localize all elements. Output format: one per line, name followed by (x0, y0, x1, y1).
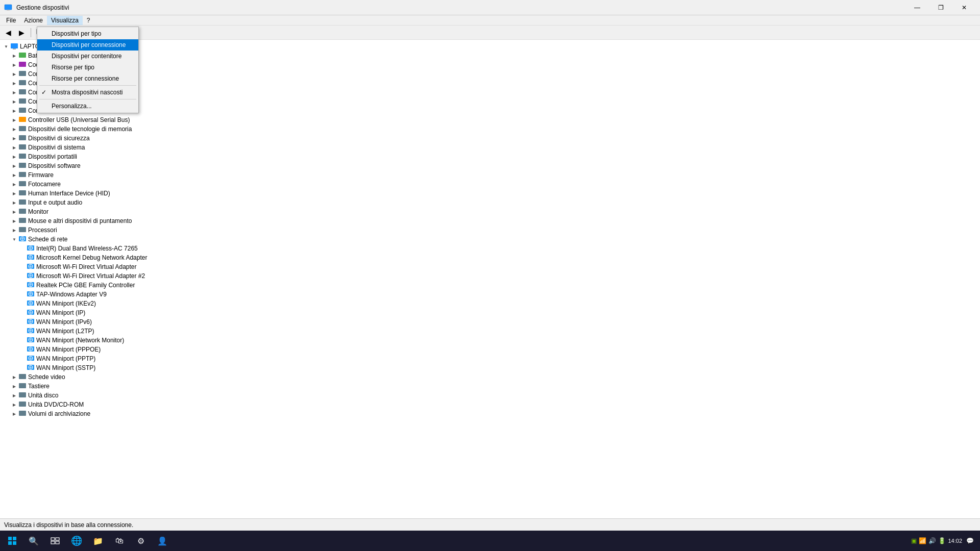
tree-expander[interactable]: ▶ (10, 400, 18, 409)
menu-azione[interactable]: Azione (20, 16, 47, 25)
tree-item[interactable]: ▶ Dispositivi di sistema (0, 143, 980, 152)
tree-item[interactable]: ▶ Volumi di archiviazione (0, 409, 980, 418)
edge-button[interactable]: 🌐 (66, 531, 87, 551)
tree-expander[interactable] (18, 263, 27, 271)
tree-expander[interactable]: ▶ (10, 134, 18, 142)
file-explorer-button[interactable]: 📁 (88, 531, 108, 551)
tree-expander[interactable]: ▶ (10, 52, 18, 60)
tree-expander[interactable]: ▶ (10, 171, 18, 179)
dropdown-item-dispositivi-contenitore[interactable]: Dispositivi per contenitore (37, 51, 138, 62)
tree-expander[interactable]: ▶ (10, 189, 18, 197)
tree-item[interactable]: ▶ Dispositivi portatili (0, 152, 980, 161)
tree-item[interactable]: ▶ Con... (0, 88, 980, 97)
dropdown-item-mostra-nascosti[interactable]: ✓Mostra dispositivi nascosti (37, 87, 138, 98)
maximize-button[interactable]: ❐ (929, 0, 952, 15)
dropdown-item-dispositivi-tipo[interactable]: Dispositivi per tipo (37, 28, 138, 39)
dropdown-item-risorse-tipo[interactable]: Risorse per tipo (37, 62, 138, 73)
tree-expander[interactable] (18, 244, 27, 253)
tree-item[interactable]: ▶ Unità DVD/CD-ROM (0, 400, 980, 409)
store-button[interactable]: 🛍 (109, 531, 130, 551)
tree-expander[interactable] (18, 345, 27, 354)
tree-expander[interactable]: ▶ (10, 125, 18, 133)
tree-expander[interactable]: ▶ (10, 226, 18, 234)
taskview-button[interactable] (45, 531, 65, 551)
tree-expander[interactable]: ▶ (10, 410, 18, 418)
tree-item[interactable]: ▶ Dispositivi software (0, 161, 980, 170)
tree-item[interactable]: Microsoft Kernel Debug Network Adapter (0, 253, 980, 262)
tree-item[interactable]: ▶ Tastiere (0, 382, 980, 391)
toolbar-back[interactable]: ◀ (2, 27, 14, 39)
tree-expander[interactable] (18, 327, 27, 335)
tree-expander[interactable]: ▼ (10, 235, 18, 243)
tree-expander[interactable]: ▶ (10, 162, 18, 170)
start-button[interactable] (2, 531, 22, 551)
tree-item[interactable]: Microsoft Wi-Fi Direct Virtual Adapter (0, 262, 980, 271)
tree-item[interactable]: ▶ Schede video (0, 372, 980, 382)
tree-item[interactable]: WAN Miniport (SSTP) (0, 363, 980, 372)
tree-expander[interactable] (18, 355, 27, 363)
tree-expander[interactable]: ▼ (2, 42, 10, 51)
tree-expander[interactable]: ▶ (10, 70, 18, 78)
menu-visualizza[interactable]: Visualizza (47, 16, 83, 25)
tree-item[interactable]: WAN Miniport (PPPOE) (0, 345, 980, 354)
tree-view[interactable]: ▼ LAPTOP▶ Batterie▶ Codec audio e video▶… (0, 40, 980, 539)
tree-item[interactable]: ▶ Human Interface Device (HID) (0, 189, 980, 198)
tree-expander[interactable]: ▶ (10, 217, 18, 225)
tree-expander[interactable] (18, 364, 27, 372)
tree-expander[interactable] (18, 272, 27, 280)
dropdown-item-personalizza[interactable]: Personalizza... (37, 101, 138, 112)
tree-expander[interactable] (18, 281, 27, 289)
tree-item[interactable]: ▶ Dispositivi delle tecnologie di memori… (0, 124, 980, 134)
tree-expander[interactable]: ▶ (10, 88, 18, 96)
settings-button[interactable]: ⚙ (131, 531, 151, 551)
tree-item[interactable]: ▶ Componenti plug-in (0, 69, 980, 79)
tree-expander[interactable]: ▶ (10, 198, 18, 207)
tree-item[interactable]: ▶ Con... (0, 79, 980, 88)
close-button[interactable]: ✕ (952, 0, 976, 15)
tree-item[interactable]: ▶ Input e output audio (0, 198, 980, 207)
tree-item[interactable]: ▶ Processori (0, 226, 980, 235)
taskbar-clock[interactable]: 14:02 (948, 538, 962, 544)
tree-expander[interactable] (18, 299, 27, 308)
tree-item[interactable]: Realtek PCIe GBE Family Controller (0, 281, 980, 290)
tree-expander[interactable]: ▶ (10, 116, 18, 124)
tree-expander[interactable] (18, 254, 27, 262)
tree-item[interactable]: ▶ Cont... (0, 106, 980, 115)
tree-item[interactable]: ▼ Schede di rete (0, 235, 980, 244)
tree-expander[interactable]: ▶ (10, 97, 18, 106)
tree-expander[interactable]: ▶ (10, 208, 18, 216)
tree-item[interactable]: TAP-Windows Adapter V9 (0, 290, 980, 299)
dropdown-item-dispositivi-connessione[interactable]: Dispositivi per connessione (37, 39, 138, 51)
menu-file[interactable]: File (2, 16, 20, 25)
dropdown-item-risorse-connessione[interactable]: Risorse per connessione (37, 73, 138, 84)
tree-expander[interactable]: ▶ (10, 391, 18, 399)
tree-expander[interactable]: ▶ (10, 61, 18, 69)
tree-expander[interactable]: ▶ (10, 373, 18, 381)
tree-item[interactable]: ▶ Codec audio e video (0, 60, 980, 69)
tree-item[interactable]: ▶ Monitor (0, 207, 980, 216)
menu-help[interactable]: ? (83, 16, 94, 25)
tree-item[interactable]: ▶ Cont... (0, 97, 980, 106)
tree-item[interactable]: ▶ Dispositivi di sicurezza (0, 134, 980, 143)
tree-item[interactable]: WAN Miniport (L2TP) (0, 327, 980, 336)
tree-expander[interactable]: ▶ (10, 153, 18, 161)
tree-item[interactable]: Microsoft Wi-Fi Direct Virtual Adapter #… (0, 271, 980, 281)
tree-item[interactable]: ▶ Controller USB (Universal Serial Bus) (0, 115, 980, 124)
taskbar-notification[interactable]: 💬 (966, 537, 974, 544)
tree-item[interactable]: WAN Miniport (IKEv2) (0, 299, 980, 308)
tree-expander[interactable] (18, 336, 27, 344)
tree-expander[interactable]: ▶ (10, 143, 18, 152)
tree-item[interactable]: WAN Miniport (Network Monitor) (0, 336, 980, 345)
tree-item[interactable]: WAN Miniport (IPv6) (0, 317, 980, 327)
tree-item[interactable]: ▶ Unità disco (0, 391, 980, 400)
minimize-button[interactable]: — (905, 0, 929, 15)
search-button[interactable]: 🔍 (23, 531, 44, 551)
tree-item[interactable]: Intel(R) Dual Band Wireless-AC 7265 (0, 244, 980, 253)
tree-item[interactable]: ▶ Batterie (0, 51, 980, 60)
tree-item[interactable]: WAN Miniport (PPTP) (0, 354, 980, 363)
tree-expander[interactable]: ▶ (10, 382, 18, 390)
tree-expander[interactable]: ▶ (10, 79, 18, 87)
tree-item[interactable]: WAN Miniport (IP) (0, 308, 980, 317)
tree-item[interactable]: ▶ Firmware (0, 170, 980, 180)
tree-expander[interactable] (18, 290, 27, 298)
